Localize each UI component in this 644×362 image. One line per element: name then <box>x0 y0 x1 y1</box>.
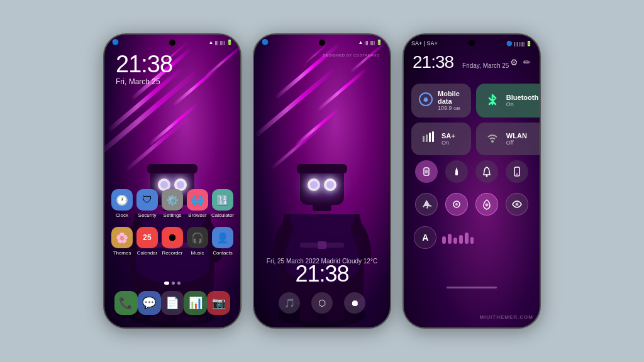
app-calendar-label: Calendar <box>137 250 157 256</box>
dock: 📞 💬 📄 📊 📷 <box>104 291 240 315</box>
cc-ctrl-a-label: A <box>422 233 428 243</box>
home-date: Fri, March 25 <box>116 77 172 86</box>
svg-point-22 <box>326 181 334 189</box>
app-themes-label: Themes <box>113 250 131 256</box>
app-settings[interactable]: ⚙️ Settings <box>160 189 184 218</box>
app-security[interactable]: 🛡 Security <box>135 189 159 218</box>
cc-ctrl-portrait[interactable] <box>506 160 528 183</box>
cc-header: 21:38 Friday, March 25 ⚙ ✏ <box>404 52 540 72</box>
punch-hole-left <box>169 40 175 46</box>
app-music[interactable]: 🎧 Music <box>186 227 209 256</box>
cc-time: 21:38 <box>413 52 453 72</box>
cc-tile-wlan[interactable]: WLAN Off <box>476 123 541 155</box>
cc-statusbar-left: SA+ | SA+ <box>411 40 438 47</box>
app-calendar[interactable]: 25 Calendar <box>135 227 159 256</box>
svg-rect-30 <box>429 133 431 142</box>
cc-ctrl-vibrate[interactable] <box>415 160 438 183</box>
phone-right-body: SA+ | SA+ 🔵|||||||🔋 21:38 Friday, March … <box>402 33 541 329</box>
svg-point-40 <box>455 203 458 206</box>
cc-ctrl-bell[interactable] <box>475 160 498 183</box>
designer-credit: DESIGNED BY COSTANANO <box>323 53 380 57</box>
app-settings-label: Settings <box>164 212 182 218</box>
phone-left: 🔵 ▲|||||||🔋 21:38 Fri, March 25 🕐 Clock … <box>103 33 242 329</box>
app-row-1: 🕐 Clock 🛡 Security ⚙️ Settings 🌐 Browser… <box>109 189 235 218</box>
cc-tile-sa-plus[interactable]: SA+ On <box>411 123 471 155</box>
svg-rect-44 <box>448 234 452 244</box>
app-themes[interactable]: 🌸 Themes <box>110 227 134 256</box>
statusbar-left-icons: 🔵 <box>112 39 119 45</box>
cc-controls-row1 <box>411 160 532 183</box>
statusbar-mid-right-icons: ▲|||||||🔋 <box>358 40 382 45</box>
app-clock[interactable]: 🕐 Clock <box>110 189 134 218</box>
app-clock-label: Clock <box>116 212 128 218</box>
svg-point-42 <box>516 203 519 206</box>
dot-2 <box>172 282 175 285</box>
cc-wlan-icon <box>484 131 501 148</box>
dock-camera[interactable]: 📷 <box>207 291 230 315</box>
app-recorder[interactable]: ⏺ Recorder <box>160 227 184 256</box>
home-clock: 21:38 Fri, March 25 <box>116 52 172 86</box>
cc-tile-bluetooth[interactable]: Bluetooth On <box>476 84 541 118</box>
app-contacts-label: Contacts <box>213 250 233 256</box>
cc-mobile-data-title: Mobile data <box>438 90 464 105</box>
svg-point-9 <box>177 181 184 189</box>
lock-camera-icon[interactable]: ⏺ <box>344 292 365 314</box>
cc-mobile-data-icon <box>419 92 433 109</box>
cc-edit-icon[interactable]: ✏ <box>523 57 531 67</box>
cc-settings-icon[interactable]: ⚙ <box>510 57 518 67</box>
svg-rect-34 <box>425 170 428 173</box>
phone-left-body: 🔵 ▲|||||||🔋 21:38 Fri, March 25 🕐 Clock … <box>103 33 242 329</box>
phone-mid: 🔵 ▲|||||||🔋 DESIGNED BY COSTANANO Fri, 2… <box>253 33 391 329</box>
cc-ctrl-equalizer[interactable] <box>442 231 474 244</box>
statusbar-mid-left-icons: 🔵 <box>262 39 269 45</box>
phone-right: SA+ | SA+ 🔵|||||||🔋 21:38 Friday, March … <box>402 33 541 329</box>
dock-phone[interactable]: 📞 <box>114 291 138 315</box>
app-calculator-label: Calculator <box>211 212 234 218</box>
cc-ctrl-a[interactable]: A <box>414 226 436 249</box>
app-browser[interactable]: 🌐 Browser <box>186 189 209 218</box>
punch-hole-right <box>469 40 475 46</box>
cc-bluetooth-text: Bluetooth On <box>506 94 538 107</box>
cc-sa-sub: On <box>441 140 455 146</box>
app-recorder-label: Recorder <box>162 250 183 256</box>
cc-bluetooth-title: Bluetooth <box>506 94 538 101</box>
app-calculator[interactable]: 🔢 Calculator <box>211 189 235 218</box>
cc-ctrl-focus[interactable] <box>445 193 468 216</box>
cc-wlan-sub: Off <box>506 140 527 146</box>
cc-sa-icon <box>419 131 436 148</box>
svg-rect-28 <box>423 136 425 142</box>
app-grid: 🕐 Clock 🛡 Security ⚙️ Settings 🌐 Browser… <box>104 189 240 265</box>
cc-controls-row2 <box>411 193 532 216</box>
svg-rect-48 <box>470 237 474 244</box>
svg-rect-45 <box>453 238 457 244</box>
app-contacts[interactable]: 👤 Contacts <box>211 227 235 256</box>
app-browser-label: Browser <box>188 212 206 218</box>
phone-mid-body: 🔵 ▲|||||||🔋 DESIGNED BY COSTANANO Fri, 2… <box>253 33 391 329</box>
dock-messages[interactable]: 💬 <box>138 291 161 315</box>
cc-tile-mobile-data[interactable]: Mobile data 109.9 GB <box>411 84 471 118</box>
cc-divider <box>447 287 497 288</box>
dock-files[interactable]: 📄 <box>161 291 184 315</box>
cc-ctrl-location[interactable] <box>475 193 498 216</box>
cc-header-icons: ⚙ ✏ <box>510 57 531 67</box>
dock-finance[interactable]: 📊 <box>184 291 207 315</box>
cc-ctrl-airplane[interactable] <box>415 193 438 216</box>
cc-tiles: Mobile data 109.9 GB Bluetooth On <box>411 84 532 155</box>
cc-wlan-title: WLAN <box>506 132 527 140</box>
svg-point-27 <box>424 98 428 102</box>
app-security-label: Security <box>138 212 157 218</box>
cc-ctrl-torch[interactable] <box>445 160 468 183</box>
svg-point-32 <box>491 140 494 143</box>
svg-rect-10 <box>147 164 197 173</box>
lock-app-icon[interactable]: ⬡ <box>311 292 333 314</box>
watermark: MIUITHEMER.COM <box>479 314 533 320</box>
svg-rect-29 <box>426 134 428 142</box>
svg-rect-47 <box>465 233 469 244</box>
svg-rect-43 <box>442 236 446 244</box>
svg-point-36 <box>486 175 488 177</box>
cc-mobile-data-text: Mobile data 109.9 GB <box>438 90 464 111</box>
statusbar-right-icons: ▲|||||||🔋 <box>209 40 233 45</box>
cc-ctrl-eye[interactable] <box>506 193 528 216</box>
svg-rect-46 <box>459 235 463 244</box>
lock-music-icon[interactable]: 🎵 <box>279 292 300 314</box>
